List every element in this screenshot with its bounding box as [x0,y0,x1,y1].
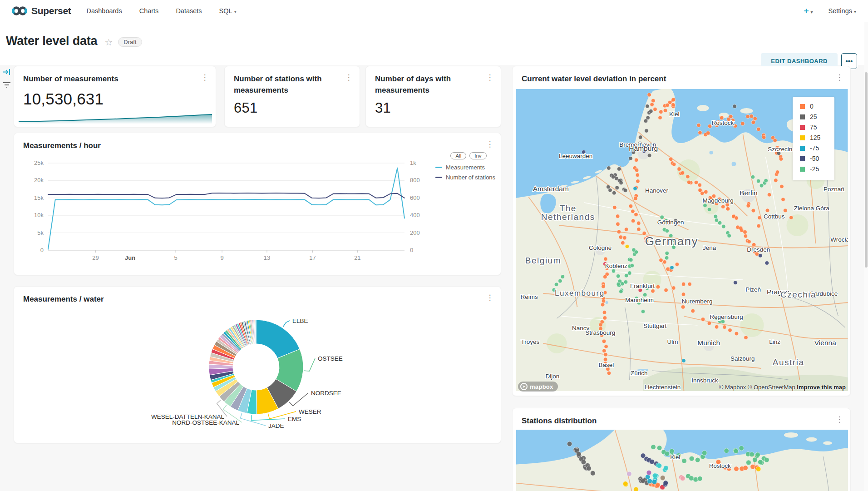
svg-text:Berlin: Berlin [740,189,758,197]
kpi-sparkline-chart[interactable] [19,112,212,124]
svg-text:Wrocław: Wrocław [830,236,848,243]
svg-text:Linz: Linz [769,338,780,345]
svg-text:Magdeburg: Magdeburg [703,197,734,204]
svg-text:200: 200 [410,229,420,236]
svg-text:Leeuwarden: Leeuwarden [559,153,592,159]
chart-options-kebab-icon[interactable]: ⋮ [835,73,844,82]
chart-options-kebab-icon[interactable]: ⋮ [485,139,494,149]
legend-swatch [800,114,805,119]
svg-text:1k: 1k [410,159,416,166]
svg-text:Cottbus: Cottbus [764,213,785,220]
kpi-card-stations: Number of stations with measurements ⋮ 6… [224,66,360,127]
svg-text:Austria: Austria [773,357,804,367]
mapbox-icon: ➤ [520,383,528,390]
chart-options-kebab-icon[interactable]: ⋮ [835,415,844,424]
svg-text:21: 21 [354,254,360,261]
favorite-star-icon[interactable]: ☆ [104,37,113,48]
measurements-per-water-card: Measurements / water ⋮ ELBEOSTSEENORDSEE… [14,286,501,443]
expand-filter-bar-icon[interactable] [2,68,11,78]
legend-swatch [800,125,805,130]
svg-text:15k: 15k [34,194,44,201]
superset-logo[interactable]: Superset [12,5,71,16]
svg-text:Rostock: Rostock [709,462,731,469]
svg-text:29: 29 [92,254,99,261]
filter-icon[interactable] [2,81,11,91]
legend-inv-button[interactable]: Inv [469,152,486,159]
nav-item-charts[interactable]: Charts [139,7,159,15]
svg-text:Szczecin: Szczecin [768,146,792,153]
chevron-down-icon: ▾ [234,9,237,14]
svg-text:JADE: JADE [268,422,284,429]
legend-item[interactable]: Number of stations [435,174,502,181]
svg-text:Vienna: Vienna [814,339,836,347]
svg-text:0: 0 [40,247,44,253]
svg-text:Salzburg: Salzburg [730,355,755,362]
legend-label: -25 [810,165,819,173]
map-legend: 02575125-75-50-25 [793,97,834,180]
page-scrollbar[interactable] [864,22,868,491]
chart-legend: AllInvMeasurementsNumber of stations [435,152,502,184]
chart-options-kebab-icon[interactable]: ⋮ [200,73,209,82]
svg-text:WESER: WESER [299,408,321,415]
legend-all-button[interactable]: All [450,152,466,159]
settings-menu[interactable]: Settings▾ [829,7,856,15]
scrollbar-thumb[interactable] [865,72,868,268]
map-attribution: © Mapbox © OpenStreetMap Improve this ma… [719,384,846,391]
chevron-down-icon: ▾ [854,9,856,14]
svg-text:Plzeň: Plzeň [745,286,761,293]
map-legend-item[interactable]: -75 [800,144,834,152]
new-item-button[interactable]: +▾ [804,6,813,16]
svg-text:EMS: EMS [288,416,301,422]
svg-text:Strasbourg: Strasbourg [585,329,615,336]
map-canvas[interactable]: KielRostock [516,430,848,491]
legend-label: -75 [810,144,819,152]
nav-item-sql[interactable]: SQL▾ [219,7,237,15]
page-title: Water level data [6,34,97,48]
legend-label: 25 [810,113,817,120]
improve-map-link[interactable]: Improve this map [797,384,846,391]
chart-options-kebab-icon[interactable]: ⋮ [485,73,494,82]
measurements-per-hour-card: Measurements / hour ⋮ 005k20010k40015k60… [14,133,501,275]
legend-swatch [435,167,442,168]
donut-chart-canvas[interactable]: ELBEOSTSEENORDSEEWESEREMSJADENORD-OSTSEE… [14,287,502,444]
svg-text:Koblenz: Koblenz [605,263,627,269]
svg-text:400: 400 [410,212,420,218]
svg-text:Czechia: Czechia [780,290,816,299]
map-legend-item[interactable]: 125 [800,134,834,141]
chart-title: Measurements / hour [23,140,101,152]
map-legend-item[interactable]: 75 [800,124,834,131]
svg-text:20k: 20k [34,177,44,184]
svg-text:WESEL-DATTELN-KANAL: WESEL-DATTELN-KANAL [151,413,225,420]
nav-item-dashboards[interactable]: Dashboards [86,7,122,15]
svg-text:OSTSEE: OSTSEE [318,355,343,362]
kpi-title: Number of stations with measurements [234,74,338,96]
svg-text:Ulm: Ulm [667,338,678,345]
brand-name: Superset [31,5,71,16]
dashboard-header: Water level data ☆ Draft EDIT DASHBOARD … [0,22,868,65]
attribution-text: © Mapbox © OpenStreetMap [719,384,795,391]
mapbox-wordmark: mapbox [530,383,553,390]
map-legend-item[interactable]: 0 [800,103,834,110]
map-legend-item[interactable]: -25 [800,165,834,173]
map-legend-item[interactable]: -50 [800,155,834,162]
mapbox-logo[interactable]: ➤ mapbox [518,382,558,392]
map-legend-item[interactable]: 25 [800,113,834,120]
nav-item-datasets[interactable]: Datasets [176,7,202,15]
svg-text:0: 0 [410,247,413,253]
svg-text:Dijon: Dijon [546,373,560,380]
svg-text:NORDSEE: NORDSEE [311,390,341,397]
legend-swatch [800,135,805,140]
svg-text:Kiel: Kiel [670,454,680,461]
svg-text:Amsterdam: Amsterdam [533,185,569,193]
line-chart-canvas[interactable]: 005k20010k40015k60020k80025k1k29Jun59131… [21,151,439,288]
chevron-down-icon: ▾ [811,10,813,15]
chart-options-kebab-icon[interactable]: ⋮ [344,73,353,82]
kpi-value: 10,530,631 [23,90,104,108]
kpi-card-days: Number of days with measurements ⋮ 31 [365,66,501,127]
legend-swatch [435,177,442,178]
svg-text:Luxembourg: Luxembourg [555,289,605,298]
svg-text:Troyes: Troyes [521,338,540,345]
deviation-map-card: Current water level deviation in percent… [512,66,851,396]
legend-swatch [800,167,805,172]
legend-item[interactable]: Measurements [435,164,502,171]
